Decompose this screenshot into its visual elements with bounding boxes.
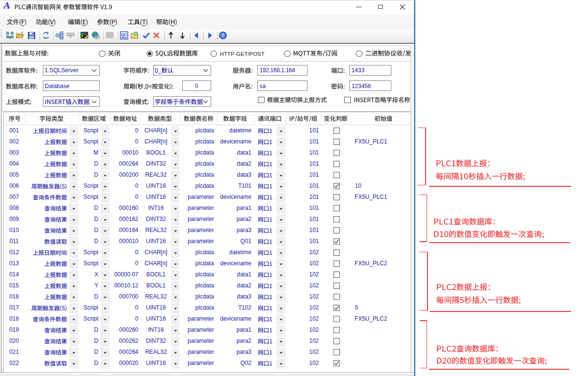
svg-text:QC: QC [121,32,127,37]
svg-text:?: ? [222,33,224,39]
